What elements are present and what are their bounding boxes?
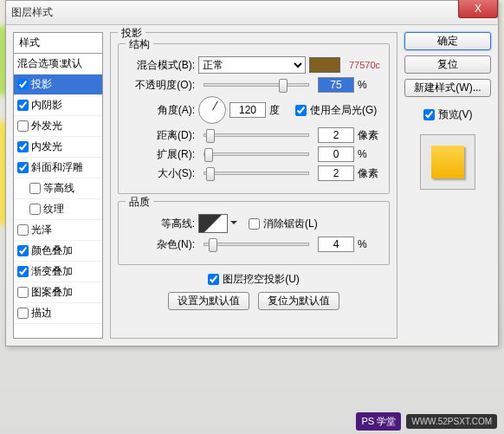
noise-slider[interactable]	[204, 243, 309, 246]
global-light-label: 使用全局光(G)	[310, 103, 377, 118]
style-item[interactable]: 描边	[14, 303, 102, 324]
style-item[interactable]: 光泽	[14, 220, 102, 241]
color-hex-note: 77570c	[349, 60, 380, 70]
spread-slider[interactable]	[204, 152, 309, 156]
size-input[interactable]	[318, 165, 354, 181]
layer-style-dialog: 图层样式 X 样式 混合选项:默认投影内阴影外发光内发光斜面和浮雕等高线纹理光泽…	[5, 0, 499, 347]
knockout-label: 图层挖空投影(U)	[223, 272, 300, 287]
contour-picker[interactable]	[198, 214, 228, 233]
angle-input[interactable]	[229, 102, 266, 118]
style-item[interactable]: 渐变叠加	[14, 262, 102, 282]
style-item[interactable]: 等高线	[14, 178, 102, 199]
spread-label: 扩展(R):	[127, 147, 195, 162]
style-item[interactable]: 斜面和浮雕	[14, 158, 102, 178]
footer-url: WWW.52PSXT.COM	[406, 414, 497, 429]
angle-unit: 度	[269, 103, 292, 118]
style-item-checkbox[interactable]	[29, 183, 41, 194]
opacity-unit: %	[358, 79, 380, 91]
style-item[interactable]: 内阴影	[14, 95, 102, 116]
style-item-label: 内阴影	[31, 98, 62, 113]
spread-input[interactable]	[318, 146, 354, 162]
style-item[interactable]: 颜色叠加	[14, 241, 102, 262]
spread-unit: %	[358, 148, 380, 160]
style-item-label: 描边	[31, 306, 52, 321]
style-item-checkbox[interactable]	[17, 266, 29, 277]
dialog-title: 图层样式	[11, 5, 53, 20]
size-unit: 像素	[358, 166, 380, 181]
style-item-checkbox[interactable]	[17, 308, 29, 319]
distance-slider[interactable]	[204, 133, 309, 137]
style-item-label: 渐变叠加	[31, 264, 73, 279]
opacity-input[interactable]	[318, 77, 354, 93]
style-item-label: 投影	[31, 77, 52, 92]
structure-legend: 结构	[126, 37, 153, 52]
style-item-label: 图案叠加	[31, 285, 73, 300]
close-button[interactable]: X	[458, 0, 498, 18]
new-style-button[interactable]: 新建样式(W)...	[404, 79, 491, 97]
size-slider[interactable]	[204, 172, 309, 175]
knockout-checkbox[interactable]	[208, 274, 219, 285]
watermark-footer: PS 学堂 WWW.52PSXT.COM	[0, 408, 504, 434]
blend-mode-select[interactable]: 正常	[198, 56, 306, 74]
style-item-label: 纹理	[43, 202, 64, 217]
blend-mode-label: 混合模式(B):	[127, 58, 195, 73]
style-item-label: 斜面和浮雕	[31, 160, 83, 175]
style-item[interactable]: 纹理	[14, 199, 102, 220]
style-item-checkbox[interactable]	[17, 120, 29, 132]
angle-dial[interactable]	[198, 96, 226, 124]
reset-default-button[interactable]: 复位为默认值	[258, 292, 339, 310]
distance-unit: 像素	[358, 128, 380, 143]
noise-unit: %	[358, 238, 380, 250]
preview-label: 预览(V)	[438, 107, 473, 122]
style-item[interactable]: 内发光	[14, 137, 102, 158]
style-item-label: 内发光	[31, 139, 62, 154]
style-item-checkbox[interactable]	[17, 141, 29, 152]
quality-legend: 品质	[126, 195, 153, 210]
distance-label: 距离(D):	[127, 128, 195, 143]
preview-checkbox[interactable]	[423, 109, 435, 120]
settings-panel: 投影 结构 混合模式(B): 正常 77570c 不透明度(O): %	[110, 32, 397, 339]
opacity-label: 不透明度(O):	[127, 78, 195, 93]
styles-list: 混合选项:默认投影内阴影外发光内发光斜面和浮雕等高线纹理光泽颜色叠加渐变叠加图案…	[14, 54, 102, 338]
preview-thumbnail	[420, 134, 475, 190]
style-item-checkbox[interactable]	[17, 79, 29, 90]
style-item-label: 光泽	[31, 223, 52, 237]
titlebar[interactable]: 图层样式 X	[6, 1, 498, 25]
style-item[interactable]: 外发光	[14, 116, 102, 137]
style-item-label: 颜色叠加	[31, 243, 73, 258]
set-default-button[interactable]: 设置为默认值	[168, 292, 249, 310]
style-item[interactable]: 投影	[14, 74, 102, 95]
style-item-checkbox[interactable]	[17, 224, 29, 236]
structure-group: 结构 混合模式(B): 正常 77570c 不透明度(O): %	[118, 43, 390, 194]
style-item-checkbox[interactable]	[17, 162, 29, 173]
size-label: 大小(S):	[127, 166, 195, 181]
footer-logo: PS 学堂	[356, 412, 401, 431]
angle-label: 角度(A):	[127, 103, 195, 118]
styles-list-panel: 样式 混合选项:默认投影内阴影外发光内发光斜面和浮雕等高线纹理光泽颜色叠加渐变叠…	[13, 32, 103, 339]
quality-group: 品质 等高线: 消除锯齿(L) 杂色(N): %	[118, 201, 390, 265]
antialias-label: 消除锯齿(L)	[263, 217, 318, 231]
style-item-checkbox[interactable]	[29, 204, 41, 215]
style-item-checkbox[interactable]	[17, 287, 29, 298]
style-item-checkbox[interactable]	[17, 245, 29, 256]
style-item-checkbox[interactable]	[17, 100, 29, 111]
antialias-checkbox[interactable]	[249, 218, 260, 230]
global-light-checkbox[interactable]	[295, 105, 307, 116]
contour-label: 等高线:	[127, 217, 195, 231]
distance-input[interactable]	[318, 127, 354, 143]
shadow-color-swatch[interactable]	[309, 57, 340, 73]
style-item[interactable]: 混合选项:默认	[14, 54, 102, 74]
styles-header: 样式	[14, 33, 102, 54]
opacity-slider[interactable]	[204, 83, 309, 87]
ok-button[interactable]: 确定	[404, 32, 491, 50]
style-item-label: 混合选项:默认	[17, 56, 82, 71]
style-item-label: 等高线	[43, 181, 74, 196]
cancel-button[interactable]: 复位	[404, 55, 491, 74]
noise-label: 杂色(N):	[127, 237, 195, 252]
right-panel: 确定 复位 新建样式(W)... 预览(V)	[404, 32, 491, 339]
noise-input[interactable]	[318, 236, 354, 252]
style-item-label: 外发光	[31, 119, 62, 133]
style-item[interactable]: 图案叠加	[14, 282, 102, 303]
